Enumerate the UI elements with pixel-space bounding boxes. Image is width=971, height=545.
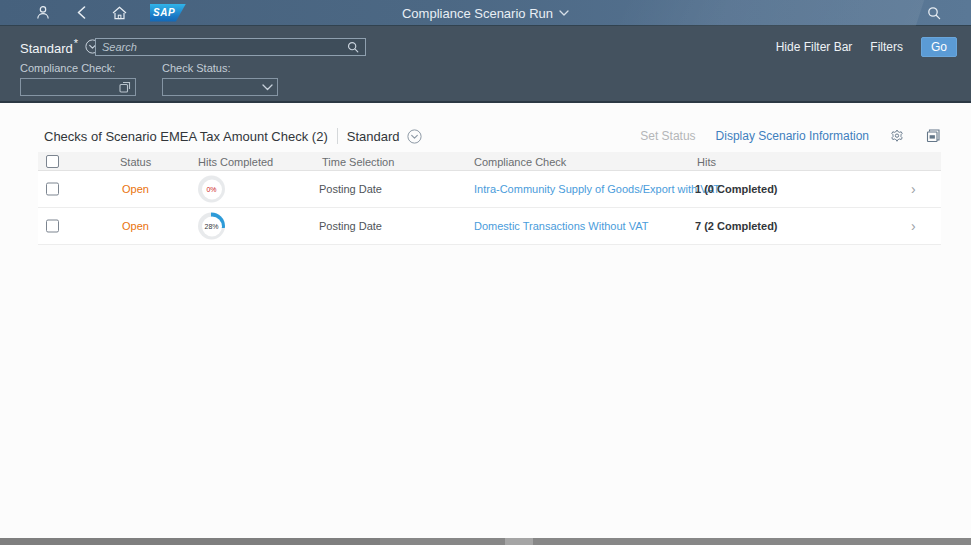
- compliance-check-link[interactable]: Intra-Community Supply of Goods/Export w…: [474, 183, 720, 195]
- table-toolbar: Checks of Scenario EMEA Tax Amount Check…: [0, 123, 971, 149]
- home-icon[interactable]: [110, 4, 128, 22]
- toolbar-separator: [337, 128, 338, 144]
- progress-indicator: 28%: [198, 213, 225, 240]
- time-selection-value: Posting Date: [319, 183, 382, 195]
- go-button[interactable]: Go: [921, 37, 957, 57]
- row-navigation-chevron-icon[interactable]: ›: [911, 182, 916, 196]
- variant-label: Standard: [20, 41, 73, 56]
- status-value: Open: [122, 183, 149, 195]
- progress-label: 0%: [202, 179, 222, 199]
- table-variant-selector[interactable]: Standard: [347, 129, 422, 144]
- column-header-hits: Hits: [697, 156, 716, 168]
- value-help-icon[interactable]: [119, 81, 131, 93]
- shell-bar: SAP Compliance Scenario Run: [0, 0, 971, 26]
- sap-logo-text: SAP: [150, 7, 175, 18]
- column-header-status: Status: [120, 156, 151, 168]
- chevron-down-icon: [262, 84, 273, 91]
- table-title: Checks of Scenario EMEA Tax Amount Check…: [44, 129, 328, 144]
- time-selection-value: Posting Date: [319, 220, 382, 232]
- table-row[interactable]: Open 28% Posting Date Domestic Transacti…: [38, 208, 941, 245]
- checks-table: Status Hits Completed Time Selection Com…: [38, 152, 941, 245]
- progress-label: 28%: [202, 216, 222, 236]
- search-icon[interactable]: [925, 4, 943, 22]
- taskbar-segment: [505, 538, 533, 545]
- hits-value: 7 (2 Completed): [695, 220, 778, 232]
- content-area: Checks of Scenario EMEA Tax Amount Check…: [0, 103, 971, 538]
- progress-indicator: 0%: [198, 176, 225, 203]
- chevron-down-icon: [559, 10, 569, 16]
- compliance-check-label: Compliance Check:: [20, 62, 136, 74]
- compliance-check-input[interactable]: [20, 78, 136, 96]
- hide-filter-bar-button[interactable]: Hide Filter Bar: [776, 40, 853, 54]
- user-icon[interactable]: [34, 4, 52, 22]
- back-icon[interactable]: [72, 4, 90, 22]
- hits-value: 1 (0 Completed): [695, 183, 778, 195]
- app-title: Compliance Scenario Run: [402, 6, 553, 21]
- variant-modified-marker: *: [74, 37, 78, 49]
- row-navigation-chevron-icon[interactable]: ›: [911, 219, 916, 233]
- row-checkbox[interactable]: [46, 220, 59, 233]
- settings-gear-icon[interactable]: [889, 128, 905, 144]
- column-header-time-selection: Time Selection: [322, 156, 394, 168]
- filter-search-input[interactable]: [96, 41, 341, 53]
- select-all-checkbox[interactable]: [46, 155, 59, 168]
- compliance-check-link[interactable]: Domestic Transactions Without VAT: [474, 220, 648, 232]
- set-status-button[interactable]: Set Status: [640, 129, 695, 143]
- filters-button[interactable]: Filters: [870, 40, 903, 54]
- table-row[interactable]: Open 0% Posting Date Intra-Community Sup…: [38, 171, 941, 208]
- table-header-row: Status Hits Completed Time Selection Com…: [38, 152, 941, 171]
- column-header-hits-completed: Hits Completed: [198, 156, 273, 168]
- filter-search-icon[interactable]: [341, 38, 365, 56]
- status-value: Open: [122, 220, 149, 232]
- row-checkbox[interactable]: [46, 183, 59, 196]
- variant-selector[interactable]: Standard*: [20, 37, 100, 57]
- filter-search-box: [95, 38, 366, 56]
- check-status-select[interactable]: [162, 78, 278, 96]
- display-scenario-information-link[interactable]: Display Scenario Information: [716, 129, 869, 143]
- bottom-taskbar: [0, 538, 971, 545]
- table-variant-label: Standard: [347, 129, 400, 144]
- taskbar-segment: [0, 538, 380, 545]
- sap-logo[interactable]: SAP: [150, 4, 186, 22]
- export-spreadsheet-icon[interactable]: [925, 128, 941, 144]
- column-header-compliance-check: Compliance Check: [474, 156, 566, 168]
- filter-bar: Standard* Hide Filter Bar Filters Go Com…: [0, 26, 971, 103]
- check-status-label: Check Status:: [162, 62, 278, 74]
- variant-chevron-circle-icon: [407, 129, 422, 144]
